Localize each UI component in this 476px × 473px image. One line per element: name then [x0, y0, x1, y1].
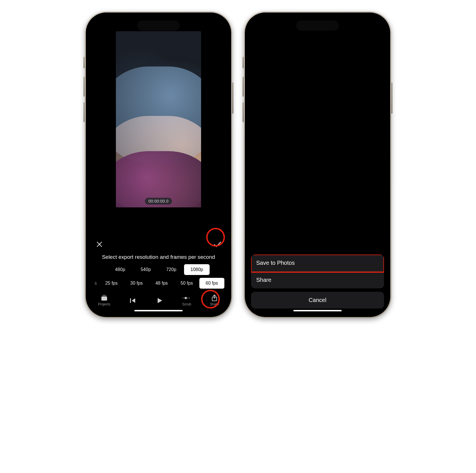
share-icon	[210, 295, 218, 301]
share-button[interactable]: Share	[210, 295, 219, 306]
phone-share-sheet: Save to Photos Share Cancel	[244, 11, 391, 318]
resolution-option-480p[interactable]: 480p	[107, 264, 133, 275]
svg-rect-1	[102, 296, 107, 296]
close-icon	[96, 241, 103, 247]
scrub-label: Scrub	[182, 302, 191, 306]
phone-export-settings: 00:00:00.0 Select export resolution and …	[85, 11, 232, 318]
action-group: Save to Photos Share	[251, 255, 384, 288]
confirm-button[interactable]	[211, 238, 224, 251]
skip-back-icon	[129, 297, 137, 304]
fps-row: s 25 fps 30 fps 48 fps 50 fps 60 fps	[92, 278, 225, 289]
resolution-option-540p[interactable]: 540p	[133, 264, 158, 275]
share-row-button[interactable]: Share	[251, 271, 384, 288]
fps-option-60[interactable]: 60 fps	[199, 278, 224, 289]
scrub-button[interactable]: Scrub	[182, 295, 191, 306]
resolution-row: 480p 540p 720p 1080p	[92, 264, 225, 275]
dynamic-island	[296, 20, 339, 31]
projects-icon	[100, 295, 108, 301]
share-label: Share	[210, 302, 219, 306]
fps-option-30[interactable]: 30 fps	[124, 278, 149, 289]
check-icon	[214, 241, 222, 247]
fps-option-25[interactable]: 25 fps	[99, 278, 124, 289]
export-panel: Select export resolution and frames per …	[89, 236, 228, 291]
projects-button[interactable]: Projects	[98, 295, 110, 306]
home-indicator	[293, 310, 342, 311]
video-preview: 00:00:00.0	[89, 15, 228, 223]
home-indicator	[134, 310, 183, 311]
svg-rect-3	[130, 298, 131, 303]
fps-option-truncated[interactable]: s	[93, 278, 99, 289]
projects-label: Projects	[98, 302, 110, 306]
svg-point-5	[185, 297, 187, 299]
save-to-photos-button[interactable]: Save to Photos	[251, 255, 384, 271]
play-button[interactable]	[156, 297, 164, 304]
svg-rect-2	[103, 295, 106, 295]
play-icon	[156, 297, 164, 304]
skip-back-button[interactable]	[129, 297, 137, 304]
close-button[interactable]	[93, 238, 106, 251]
resolution-option-720p[interactable]: 720p	[158, 264, 184, 275]
resolution-option-1080p[interactable]: 1080p	[184, 264, 210, 275]
timecode-badge: 00:00:00.0	[145, 198, 172, 205]
fps-option-48[interactable]: 48 fps	[149, 278, 174, 289]
scrub-icon	[183, 295, 191, 301]
bottom-toolbar: Projects Scrub	[89, 292, 228, 309]
cancel-button[interactable]: Cancel	[251, 292, 384, 309]
action-sheet: Save to Photos Share Cancel	[251, 255, 384, 309]
svg-rect-0	[101, 297, 107, 301]
fps-option-50[interactable]: 50 fps	[174, 278, 199, 289]
dynamic-island	[137, 20, 180, 31]
export-prompt: Select export resolution and frames per …	[92, 254, 225, 260]
